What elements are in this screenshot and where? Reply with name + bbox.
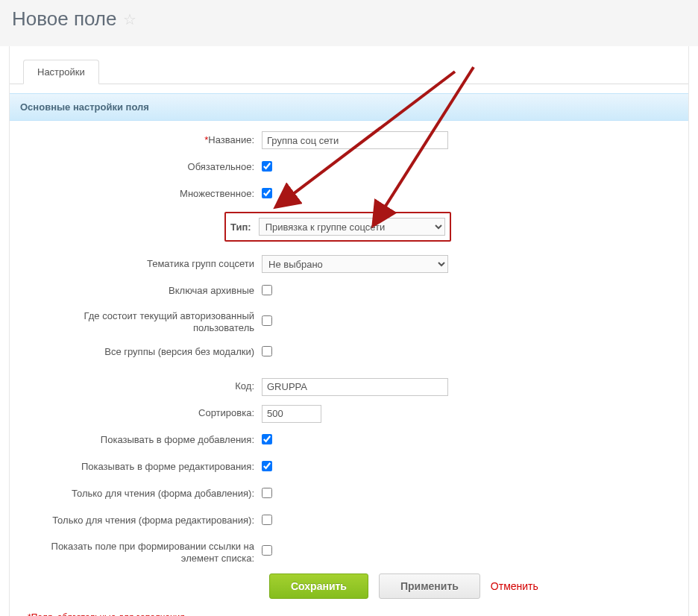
multiple-label: Множественное: [23,188,262,200]
page-title-text: Новое поле [12,7,117,31]
topic-select[interactable]: Не выбрано [262,255,448,273]
ro-edit-checkbox[interactable] [262,515,272,525]
tab-settings[interactable]: Настройки [23,60,99,84]
ro-add-checkbox[interactable] [262,488,272,498]
show-edit-label: Показывать в форме редактирования: [23,461,262,473]
show-add-label: Показывать в форме добавления: [23,434,262,446]
page-title: Новое поле ☆ [12,7,686,31]
nomodal-label: Все группы (версия без модалки) [23,346,262,358]
authuser-checkbox[interactable] [262,315,272,326]
type-select[interactable]: Привязка к группе соцсети [259,218,445,236]
type-label: Тип: [230,221,251,233]
name-label: *Название: [23,134,262,146]
show-add-checkbox[interactable] [262,434,272,444]
ro-edit-label: Только для чтения (форма редактирования)… [23,515,262,527]
required-label: Обязательное: [23,161,262,173]
code-label: Код: [23,380,262,392]
required-checkbox[interactable] [262,161,272,172]
show-link-checkbox[interactable] [262,545,272,556]
archived-checkbox[interactable] [262,285,272,295]
show-link-label: Показать поле при формировании ссылки на… [23,539,262,565]
type-row-highlight: Тип: Привязка к группе соцсети [224,212,451,242]
tabs-divider [10,84,688,84]
required-footnote: *Поля, обязательные для заполнения. [23,599,675,616]
name-input[interactable] [262,131,448,149]
apply-button[interactable]: Применить [379,573,480,599]
form: *Название: Обязательное: Множественное: … [10,121,688,616]
sort-label: Сортировка: [23,407,262,419]
show-edit-checkbox[interactable] [262,461,272,471]
settings-panel: Настройки Основные настройки поля *Назва… [9,46,689,616]
sort-input[interactable] [262,405,321,423]
archived-label: Включая архивные [23,285,262,297]
multiple-checkbox[interactable] [262,188,272,198]
favorite-star-icon[interactable]: ☆ [123,10,136,28]
ro-add-label: Только для чтения (форма добавления): [23,488,262,500]
button-bar: Сохранить Применить Отменить [269,573,675,599]
tabs: Настройки [10,60,688,84]
code-input[interactable] [262,378,448,396]
topic-label: Тематика групп соцсети [23,258,262,270]
nomodal-checkbox[interactable] [262,346,272,356]
save-button[interactable]: Сохранить [269,573,368,599]
section-header: Основные настройки поля [10,93,688,121]
authuser-label: Где состоит текущий авторизованный польз… [23,309,262,335]
cancel-link[interactable]: Отменить [491,580,538,592]
